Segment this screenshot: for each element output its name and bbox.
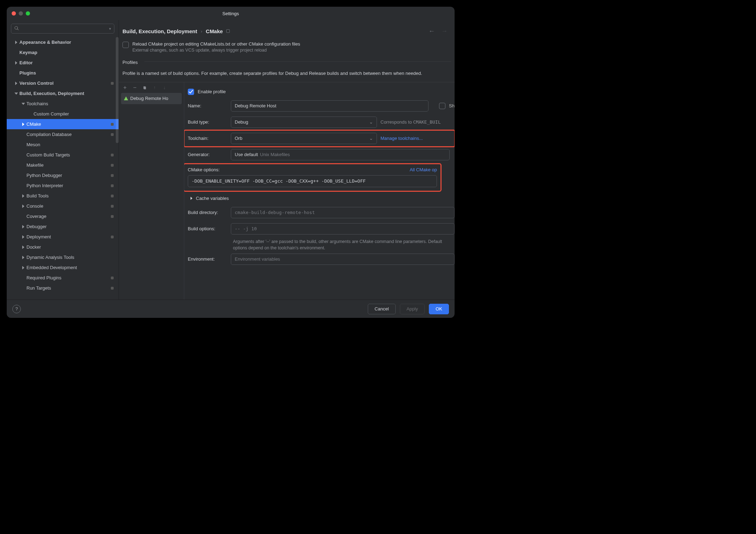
buildtype-label: Build type: bbox=[188, 119, 227, 125]
all-cmake-options-link[interactable]: All CMake op bbox=[410, 167, 437, 172]
sidebar-item-label: Editor bbox=[19, 60, 116, 65]
generator-select[interactable]: Use default Unix Makefiles bbox=[231, 149, 450, 160]
env-input[interactable]: Environment variables bbox=[231, 254, 455, 265]
sidebar-item[interactable]: Meson bbox=[7, 140, 119, 150]
sidebar-item[interactable]: Build, Execution, Deployment bbox=[7, 88, 119, 99]
chevron-right-icon bbox=[13, 41, 19, 44]
sidebar-item-label: Docker bbox=[26, 244, 116, 250]
chevron-down-icon: ⌄ bbox=[369, 119, 373, 125]
apply-button[interactable]: Apply bbox=[400, 304, 425, 314]
sidebar-item[interactable]: Version Control bbox=[7, 78, 119, 88]
generator-label: Generator: bbox=[188, 152, 227, 157]
sidebar-item[interactable]: Keymap bbox=[7, 47, 119, 58]
sidebar-item[interactable]: Debugger bbox=[7, 221, 119, 232]
sidebar-item[interactable]: Plugins bbox=[7, 68, 119, 78]
sidebar-item[interactable]: Appearance & Behavior bbox=[7, 37, 119, 47]
sidebar-item[interactable]: Toolchains bbox=[7, 99, 119, 109]
buildopts-input[interactable]: -- -j 10 bbox=[231, 223, 455, 235]
sidebar-item[interactable]: Docker bbox=[7, 242, 119, 252]
help-button[interactable]: ? bbox=[12, 305, 21, 313]
settings-window: Settings ▾ Appearance & BehaviorKeymapEd… bbox=[7, 7, 455, 318]
back-icon[interactable]: ← bbox=[428, 28, 435, 35]
scrollbar[interactable] bbox=[116, 37, 119, 299]
sidebar-item[interactable]: Makefile bbox=[7, 160, 119, 170]
cmake-options-input[interactable]: -DOB_ENABLE_UNITY=OFF -DOB_CC=gcc -DOB_C… bbox=[188, 175, 437, 187]
sidebar-item-label: Embedded Development bbox=[26, 265, 116, 270]
footer: ? Cancel Apply OK bbox=[7, 299, 455, 318]
buildopts-help: Arguments after '--' are passed to the b… bbox=[188, 237, 455, 251]
reload-checkbox[interactable] bbox=[122, 42, 129, 48]
sidebar-item-label: Appearance & Behavior bbox=[19, 40, 116, 45]
chevron-right-icon bbox=[20, 256, 26, 259]
buildtype-select[interactable]: Debug ⌄ bbox=[231, 117, 377, 128]
sidebar-item[interactable]: Coverage bbox=[7, 211, 119, 221]
breadcrumb-item[interactable]: Build, Execution, Deployment bbox=[122, 28, 197, 34]
sidebar-item-label: Coverage bbox=[26, 214, 111, 219]
reset-indicator-icon bbox=[111, 184, 114, 187]
cancel-button[interactable]: Cancel bbox=[368, 304, 395, 314]
ok-button[interactable]: OK bbox=[429, 304, 449, 314]
profile-list: ↑ ↓ Debug Remote Ho bbox=[119, 82, 184, 300]
sidebar-item[interactable]: Dynamic Analysis Tools bbox=[7, 252, 119, 262]
dropdown-icon: ▾ bbox=[109, 26, 111, 31]
sidebar-item[interactable]: Build Tools bbox=[7, 191, 119, 201]
show-checkbox[interactable] bbox=[439, 103, 445, 109]
toolchain-select[interactable]: Orb ⌄ bbox=[231, 133, 377, 144]
sidebar-item-label: Compilation Database bbox=[26, 132, 111, 137]
sidebar-item-label: Makefile bbox=[26, 162, 111, 168]
sidebar-item[interactable]: Console bbox=[7, 201, 119, 211]
sidebar-item[interactable]: CMake bbox=[7, 119, 119, 129]
enable-profile-checkbox[interactable] bbox=[188, 89, 194, 95]
move-up-icon[interactable]: ↑ bbox=[151, 84, 158, 91]
sidebar-item-label: Plugins bbox=[19, 70, 116, 76]
sidebar-item-label: Version Control bbox=[19, 81, 111, 86]
toolchain-label: Toolchain: bbox=[188, 136, 227, 141]
cache-variables-toggle[interactable]: Cache variables bbox=[188, 192, 455, 204]
sidebar-item[interactable]: Python Interpreter bbox=[7, 180, 119, 191]
breadcrumb-item: CMake bbox=[206, 28, 223, 34]
search-field[interactable] bbox=[21, 26, 109, 31]
reload-label: Reload CMake project on editing CMakeLis… bbox=[132, 41, 300, 47]
remove-profile-icon[interactable] bbox=[132, 84, 138, 91]
sidebar-item[interactable]: Custom Compiler bbox=[7, 109, 119, 119]
reset-indicator-icon bbox=[111, 82, 114, 85]
builddir-input[interactable]: cmake-build-debug-remote-host bbox=[231, 207, 455, 218]
profile-list-item[interactable]: Debug Remote Ho bbox=[121, 93, 182, 104]
move-down-icon[interactable]: ↓ bbox=[161, 84, 168, 91]
sidebar-item-label: Required Plugins bbox=[26, 275, 111, 280]
sidebar-item-label: Dynamic Analysis Tools bbox=[26, 255, 116, 260]
chevron-right-icon bbox=[13, 82, 19, 85]
breadcrumb: Build, Execution, Deployment › CMake bbox=[122, 28, 428, 34]
reset-indicator-icon bbox=[111, 164, 114, 167]
chevron-right-icon bbox=[20, 204, 26, 208]
name-input[interactable] bbox=[231, 100, 428, 112]
sidebar-item[interactable]: Run Targets bbox=[7, 283, 119, 293]
sidebar-item[interactable]: Python Debugger bbox=[7, 170, 119, 180]
profile-form: Enable profile Name: Sh Build type: Debu… bbox=[184, 82, 455, 300]
chevron-down-icon bbox=[20, 102, 26, 106]
search-input[interactable]: ▾ bbox=[11, 24, 114, 34]
settings-tree[interactable]: Appearance & BehaviorKeymapEditorPlugins… bbox=[7, 37, 119, 299]
sidebar-item[interactable]: Custom Build Targets bbox=[7, 150, 119, 160]
main-panel: Build, Execution, Deployment › CMake ← →… bbox=[119, 20, 455, 299]
sidebar-item[interactable]: Editor bbox=[7, 58, 119, 68]
sidebar-item-label: Build Tools bbox=[26, 193, 111, 198]
sidebar-item-label: Run Targets bbox=[26, 285, 111, 291]
sidebar-item[interactable]: Compilation Database bbox=[7, 129, 119, 140]
sidebar-item-label: Build, Execution, Deployment bbox=[19, 91, 116, 96]
add-profile-icon[interactable] bbox=[122, 84, 128, 91]
sidebar-item[interactable]: Required Plugins bbox=[7, 273, 119, 283]
reset-indicator-icon bbox=[111, 236, 114, 238]
reset-indicator-icon bbox=[111, 174, 114, 177]
chevron-right-icon bbox=[13, 61, 19, 65]
sidebar-item[interactable]: Deployment bbox=[7, 232, 119, 242]
sidebar-item-label: Custom Compiler bbox=[34, 111, 116, 117]
window-title: Settings bbox=[7, 11, 455, 16]
copy-profile-icon[interactable] bbox=[142, 84, 148, 91]
profile-item-label: Debug Remote Ho bbox=[130, 96, 168, 101]
builddir-label: Build directory: bbox=[188, 210, 227, 215]
chevron-right-icon bbox=[20, 123, 26, 126]
chevron-down-icon: ⌄ bbox=[369, 136, 373, 141]
sidebar-item[interactable]: Embedded Development bbox=[7, 262, 119, 273]
manage-toolchains-link[interactable]: Manage toolchains... bbox=[380, 136, 423, 141]
